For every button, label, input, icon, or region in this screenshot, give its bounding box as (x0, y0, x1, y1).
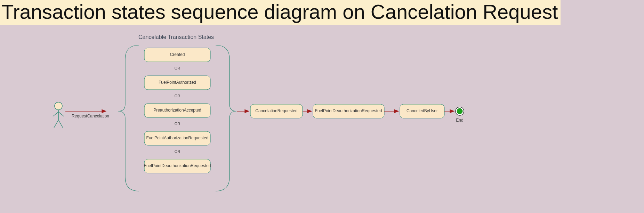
or-sep-4: OR (175, 149, 180, 154)
diagram-canvas: RequestCancelation Cancelable Transactio… (0, 0, 644, 213)
or-sep-2: OR (175, 94, 180, 98)
state-preauth-accepted-label: PreauthorizationAccepted (153, 108, 201, 113)
or-sep-3: OR (175, 122, 180, 126)
group-states: Created OR FuelPointAuthorized OR Preaut… (144, 48, 211, 173)
group-title: Cancelable Transaction States (138, 34, 214, 40)
edge-request-cancelation-label: RequestCancelation (72, 114, 109, 118)
state-fpdeauth-requested-flow-label: FuelPointDeauthorizationRequested (315, 108, 382, 113)
group-left-bracket (118, 45, 139, 191)
state-fpa-requested-label: FuelPointAuthorizationRequested (146, 136, 209, 140)
end-node (456, 107, 464, 115)
or-sep-1: OR (175, 66, 180, 70)
svg-point-2 (457, 108, 462, 114)
actor-icon (53, 102, 64, 128)
state-fpd-requested-label: FuelPointDeauthorizationRequested (144, 163, 211, 168)
group-right-bracket (216, 45, 236, 191)
state-canceled-by-user-label: CanceledByUser (406, 108, 438, 113)
state-created-label: Created (170, 52, 185, 57)
end-label: End (456, 118, 463, 123)
state-cancelation-requested-label: CancelationRequested (255, 108, 297, 113)
state-fuelpoint-authorized-label: FuelPointAuthorized (159, 80, 196, 85)
svg-point-0 (55, 102, 62, 110)
